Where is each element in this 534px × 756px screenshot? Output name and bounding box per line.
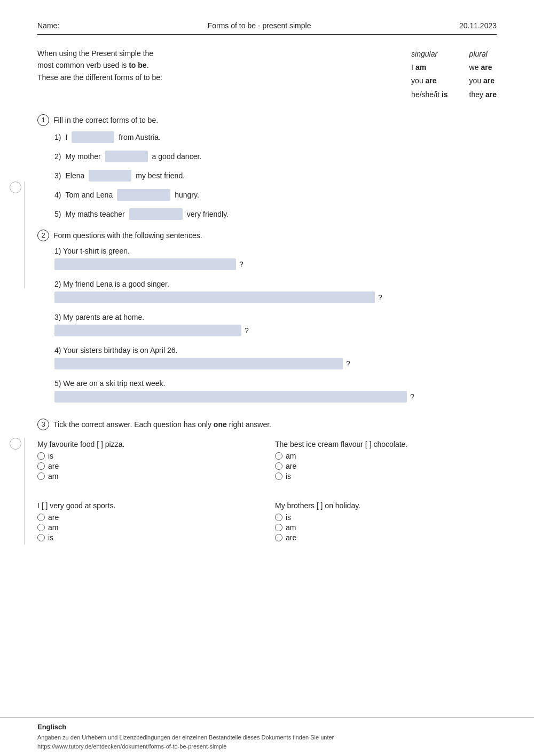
binding-line-top [24, 182, 25, 288]
option-label-3-2: am [48, 523, 58, 532]
answer-row-3: ? [54, 325, 497, 336]
question-sentence-2: 2) My friend Lena is a good singer. [54, 280, 497, 288]
i-am: I am [411, 61, 448, 74]
they-are: they are [469, 88, 497, 101]
fill-num-5: 5) [54, 210, 61, 218]
fill-item-3: 3) Elena my best friend. [54, 170, 497, 182]
question-mark-2: ? [378, 293, 382, 302]
radio-4-1[interactable] [275, 514, 282, 521]
radio-4-2[interactable] [275, 524, 282, 531]
option-label-4-2: am [286, 523, 296, 532]
answer-box-3[interactable] [54, 325, 241, 336]
fill-suffix-4: hungry. [175, 191, 199, 199]
section-3-num: 3 [37, 419, 49, 430]
radio-1-1[interactable] [37, 452, 45, 460]
tick-option-2-3[interactable]: is [275, 472, 497, 481]
binding-hole-top [10, 182, 21, 193]
tick-grid: My favourite food [ ] pizza. is are am T… [37, 440, 497, 544]
radio-1-2[interactable] [37, 462, 45, 470]
question-mark-4: ? [346, 359, 350, 368]
radio-2-1[interactable] [275, 452, 282, 460]
answer-box-5[interactable] [54, 391, 407, 403]
answer-row-1: ? [54, 258, 497, 270]
question-exercise-items: 1) Your t-shirt is green. ? 2) My friend… [37, 247, 497, 403]
question-mark-3: ? [245, 326, 249, 335]
tick-option-3-1[interactable]: are [37, 513, 259, 522]
tick-option-1-1[interactable]: is [37, 452, 259, 460]
section-3-header: 3 Tick the correct answer. Each question… [37, 419, 497, 430]
fill-suffix-5: very friendly. [187, 210, 229, 218]
option-label-1-1: is [48, 452, 53, 460]
option-label-1-2: are [48, 462, 59, 470]
footer-subject: Englisch [37, 723, 497, 731]
footer-note-line2: https://www.tutory.de/entdecken/dokument… [37, 743, 226, 750]
radio-3-1[interactable] [37, 514, 45, 521]
tick-option-2-2[interactable]: are [275, 462, 497, 470]
tick-option-4-3[interactable]: are [275, 533, 497, 542]
fill-answer-1[interactable] [72, 131, 114, 143]
tick-title-2: The best ice cream flavour [ ] chocolate… [275, 440, 497, 448]
radio-3-2[interactable] [37, 524, 45, 531]
question-mark-1: ? [239, 260, 244, 269]
document-title: Forms of to be - present simple [208, 21, 311, 30]
you-are-sg: you are [411, 74, 448, 88]
question-sentence-1: 1) Your t-shirt is green. [54, 247, 497, 255]
answer-box-1[interactable] [54, 258, 236, 270]
tick-block-4: My brothers [ ] on holiday. is am are [275, 501, 497, 544]
answer-box-4[interactable] [54, 358, 343, 369]
fill-suffix-2: a good dancer. [152, 152, 202, 161]
fill-answer-4[interactable] [117, 189, 170, 201]
question-item-2: 2) My friend Lena is a good singer. ? [54, 280, 497, 303]
question-item-3: 3) My parents are at home. ? [54, 313, 497, 336]
answer-row-2: ? [54, 292, 497, 303]
option-label-2-3: is [286, 472, 291, 481]
we-are: we are [469, 61, 497, 74]
binding-line-bottom [24, 438, 25, 545]
fill-answer-5[interactable] [129, 208, 183, 220]
footer: Englisch Angaben zu den Urhebern und Liz… [0, 717, 534, 756]
intro-line2: most common verb used is [37, 61, 129, 69]
section-1-instruction: Fill in the correct forms of to be. [53, 116, 158, 124]
tick-option-1-3[interactable]: am [37, 472, 259, 481]
fill-suffix-1: from Austria. [119, 133, 161, 141]
radio-2-3[interactable] [275, 472, 282, 480]
option-label-4-3: are [286, 533, 296, 542]
tick-option-3-2[interactable]: am [37, 523, 259, 532]
fill-prefix-1: I [65, 133, 67, 141]
fill-num-1: 1) [54, 133, 61, 141]
answer-box-2[interactable] [54, 292, 375, 303]
option-label-4-1: is [286, 513, 291, 522]
section-3-instruction: Tick the correct answer. Each question h… [53, 420, 271, 429]
section-2-instruction: Form questions with the following senten… [53, 231, 202, 240]
fill-num-2: 2) [54, 152, 61, 161]
fill-answer-2[interactable] [105, 151, 148, 162]
question-mark-5: ? [410, 392, 414, 401]
option-label-1-3: am [48, 472, 58, 481]
footer-note-line1: Angaben zu den Urhebern und Lizenzbeding… [37, 734, 334, 741]
question-item-1: 1) Your t-shirt is green. ? [54, 247, 497, 270]
he-is: he/she/it is [411, 88, 448, 101]
tick-option-2-1[interactable]: am [275, 452, 497, 460]
tick-option-3-3[interactable]: is [37, 533, 259, 542]
section-2-header: 2 Form questions with the following sent… [37, 230, 497, 241]
fill-answer-3[interactable] [89, 170, 131, 182]
intro-text: When using the Present simple the most c… [37, 48, 379, 83]
section-1: 1 Fill in the correct forms of to be. 1)… [37, 114, 497, 220]
fill-prefix-3: Elena [65, 171, 84, 180]
radio-1-3[interactable] [37, 472, 45, 480]
intro-line4: These are the different forms of to be: [37, 73, 162, 82]
fill-prefix-4: Tom and Lena [65, 191, 113, 199]
tick-option-4-1[interactable]: is [275, 513, 497, 522]
radio-2-2[interactable] [275, 462, 282, 470]
tick-option-1-2[interactable]: are [37, 462, 259, 470]
plural-header: plural [469, 48, 497, 61]
answer-row-4: ? [54, 358, 497, 369]
question-item-4: 4) Your sisters birthday is on April 26.… [54, 346, 497, 369]
tick-option-4-2[interactable]: am [275, 523, 497, 532]
fill-item-5: 5) My maths teacher very friendly. [54, 208, 497, 220]
radio-4-3[interactable] [275, 534, 282, 541]
radio-3-3[interactable] [37, 534, 45, 541]
option-label-2-1: am [286, 452, 296, 460]
question-sentence-5: 5) We are on a ski trip next week. [54, 379, 497, 388]
singular-header: singular [411, 48, 448, 61]
